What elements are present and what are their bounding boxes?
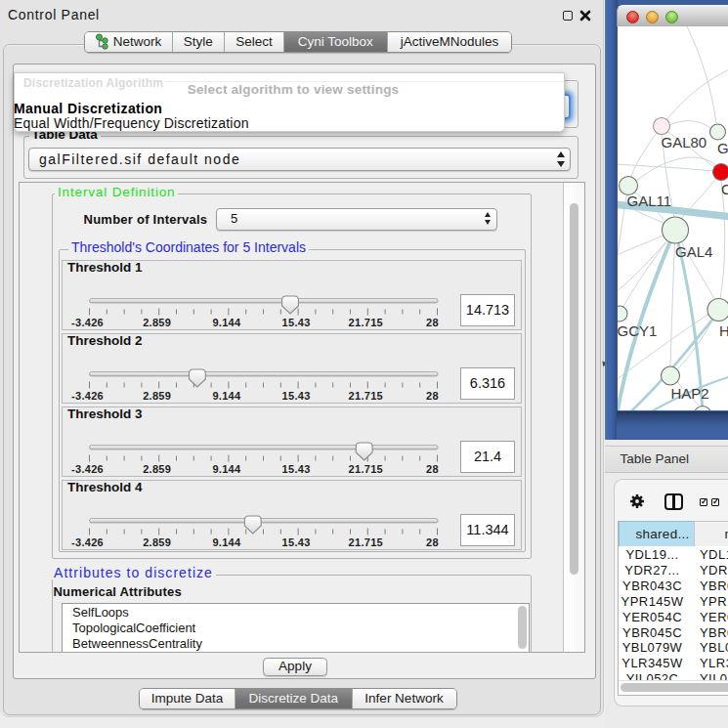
svg-text:28: 28 — [426, 535, 439, 547]
svg-text:21.715: 21.715 — [349, 389, 383, 401]
svg-text:2.859: 2.859 — [143, 389, 171, 401]
svg-text:28: 28 — [426, 316, 439, 327]
svg-text:GAL4: GAL4 — [675, 243, 712, 260]
svg-text:15.43: 15.43 — [282, 316, 311, 327]
svg-text:2.859: 2.859 — [143, 462, 171, 474]
svg-text:9.144: 9.144 — [212, 462, 241, 474]
svg-text:9.144: 9.144 — [212, 535, 241, 547]
svg-text:28: 28 — [426, 389, 439, 401]
svg-text:15.43: 15.43 — [282, 462, 311, 474]
svg-text:21.715: 21.715 — [349, 316, 383, 327]
svg-text:GAL5: GAL5 — [717, 140, 728, 156]
svg-text:GCY1: GCY1 — [618, 322, 658, 339]
svg-text:CRE: CRE — [721, 181, 728, 197]
svg-text:15.43: 15.43 — [282, 535, 311, 547]
svg-text:2.859: 2.859 — [143, 316, 171, 327]
svg-text:9.144: 9.144 — [212, 389, 241, 401]
svg-text:-3.426: -3.426 — [71, 462, 104, 474]
svg-text:HAP2: HAP2 — [671, 385, 709, 402]
svg-text:HIS: HIS — [719, 322, 728, 339]
svg-text:-3.426: -3.426 — [71, 316, 104, 327]
svg-text:21.715: 21.715 — [349, 535, 383, 547]
svg-text:-3.426: -3.426 — [71, 389, 104, 401]
svg-text:-3.426: -3.426 — [71, 535, 104, 547]
svg-text:2.859: 2.859 — [143, 535, 171, 547]
svg-text:21.715: 21.715 — [349, 462, 383, 474]
svg-text:GAL80: GAL80 — [662, 134, 707, 150]
svg-text:15.43: 15.43 — [282, 389, 311, 401]
svg-text:9.144: 9.144 — [212, 316, 241, 327]
svg-text:GAL11: GAL11 — [627, 193, 672, 209]
svg-text:28: 28 — [426, 462, 439, 474]
